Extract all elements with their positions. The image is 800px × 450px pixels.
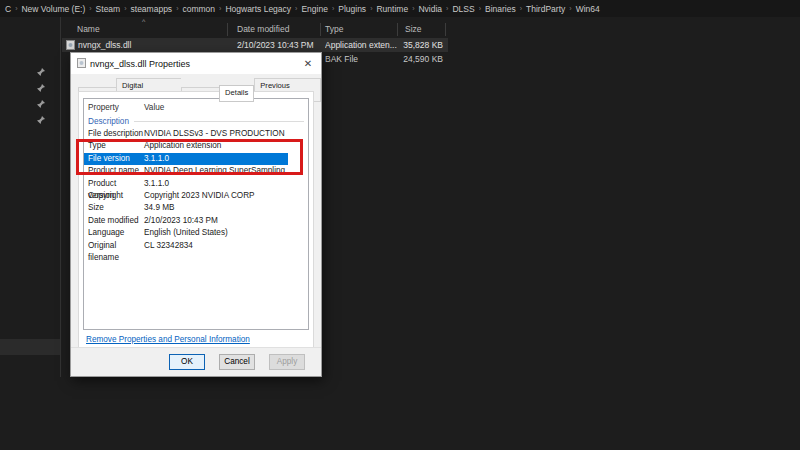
properties-dialog: nvngx_dlss.dll Properties ✕ General Digi…	[70, 52, 322, 377]
detail-row-product-version[interactable]: Product version 3.1.1.0	[84, 178, 308, 190]
property-label: Product version	[88, 178, 144, 190]
column-header-name[interactable]: Name	[77, 24, 100, 34]
property-value: English (United States)	[144, 227, 308, 239]
ok-button[interactable]: OK	[169, 354, 205, 370]
detail-row-copyright[interactable]: Copyright Copyright 2023 NVIDIA CORP	[84, 190, 308, 202]
property-label: Type	[88, 140, 144, 152]
remove-properties-link[interactable]: Remove Properties and Personal Informati…	[86, 335, 250, 344]
file-type: BAK File	[325, 54, 358, 64]
property-value: 3.1.1.0	[144, 178, 308, 190]
column-divider[interactable]	[445, 23, 446, 36]
pin-icon	[36, 79, 46, 89]
breadcrumb-item[interactable]: Plugins	[335, 4, 369, 14]
pin-icon	[36, 63, 46, 73]
dll-file-icon	[66, 40, 75, 52]
breadcrumb-item[interactable]: Hogwarts Legacy	[222, 4, 294, 14]
breadcrumb-item[interactable]: C	[2, 4, 14, 14]
dll-file-icon	[77, 58, 86, 70]
breadcrumb-item[interactable]: steamapps	[128, 4, 176, 14]
property-value: 2/10/2023 10:43 PM	[144, 215, 308, 227]
pin-icon	[36, 111, 46, 121]
file-name: nvngx_dlss.dll	[78, 40, 131, 50]
detail-row-product-name[interactable]: Product name NVIDIA Deep Learning SuperS…	[84, 165, 308, 177]
column-divider[interactable]	[320, 23, 321, 36]
property-label: Size	[88, 202, 144, 214]
sort-ascending-icon: ^	[142, 18, 145, 25]
pane-divider	[60, 17, 61, 377]
file-list-header: ^ Name Date modified Type Size	[62, 22, 448, 37]
close-icon[interactable]: ✕	[299, 55, 317, 72]
detail-row-date-modified[interactable]: Date modified 2/10/2023 10:43 PM	[84, 215, 308, 227]
property-label: File version	[88, 153, 144, 165]
file-size: 24,590 KB	[362, 54, 443, 64]
property-column-header: Property	[88, 101, 144, 115]
group-divider-line	[134, 121, 304, 122]
property-value: Application extension	[144, 140, 308, 152]
property-label: Copyright	[88, 190, 144, 202]
details-tab-panel: Property Value Description File descript…	[78, 91, 314, 349]
description-group-header: Description	[84, 115, 308, 128]
property-value: 34.9 MB	[144, 202, 308, 214]
property-value: 3.1.1.0	[144, 153, 288, 165]
detail-row-file-version-selected[interactable]: File version 3.1.1.0	[84, 153, 288, 165]
dialog-footer: OK Cancel Apply	[71, 347, 321, 376]
detail-row-language[interactable]: Language English (United States)	[84, 227, 308, 239]
navigation-pane	[0, 17, 60, 450]
property-value: NVIDIA DLSSv3 - DVS PRODUCTION	[144, 128, 308, 140]
breadcrumb-item[interactable]: Runtime	[373, 4, 411, 14]
group-label: Description	[88, 115, 129, 128]
column-divider[interactable]	[397, 23, 398, 36]
nav-item-highlight[interactable]	[0, 339, 60, 355]
column-divider[interactable]	[227, 23, 228, 36]
property-label: Language	[88, 227, 144, 239]
property-label: Original filename	[88, 240, 144, 252]
breadcrumb-item[interactable]: Nvidia	[415, 4, 445, 14]
tab-details[interactable]: Details	[219, 85, 254, 102]
detail-row-original-filename[interactable]: Original filename CL 32342834	[84, 240, 308, 252]
property-label: Date modified	[88, 215, 144, 227]
detail-row-size[interactable]: Size 34.9 MB	[84, 202, 308, 214]
apply-button[interactable]: Apply	[269, 354, 305, 370]
column-header-date-modified[interactable]: Date modified	[237, 24, 289, 34]
property-value: Copyright 2023 NVIDIA CORP	[144, 190, 308, 202]
property-value: CL 32342834	[144, 240, 308, 252]
column-header-type[interactable]: Type	[325, 24, 343, 34]
breadcrumb-item[interactable]: New Volume (E:)	[18, 4, 88, 14]
file-date-modified: 2/10/2023 10:43 PM	[237, 40, 314, 50]
property-value: NVIDIA Deep Learning SuperSampling	[144, 165, 308, 177]
dialog-titlebar[interactable]: nvngx_dlss.dll Properties ✕	[71, 53, 321, 74]
breadcrumb: C › New Volume (E:) › Steam › steamapps …	[0, 0, 800, 17]
properties-detail-list[interactable]: Property Value Description File descript…	[83, 98, 309, 330]
detail-list-header: Property Value	[84, 101, 308, 115]
breadcrumb-item[interactable]: Engine	[298, 4, 330, 14]
cancel-button[interactable]: Cancel	[219, 354, 255, 370]
detail-row-type[interactable]: Type Application extension	[84, 140, 308, 152]
property-label: Product name	[88, 165, 144, 177]
pin-icon	[36, 95, 46, 105]
value-column-header: Value	[144, 101, 308, 115]
breadcrumb-item[interactable]: Binaries	[482, 4, 519, 14]
breadcrumb-item[interactable]: ThirdParty	[523, 4, 568, 14]
dialog-title: nvngx_dlss.dll Properties	[90, 59, 190, 69]
column-header-size[interactable]: Size	[405, 24, 422, 34]
table-row[interactable]: nvngx_dlss.dll 2/10/2023 10:43 PM Applic…	[62, 38, 448, 52]
property-label: File description	[88, 128, 144, 140]
breadcrumb-item[interactable]: common	[179, 4, 218, 14]
file-size: 35,828 KB	[362, 40, 443, 50]
detail-row-file-description[interactable]: File description NVIDIA DLSSv3 - DVS PRO…	[84, 128, 308, 140]
breadcrumb-item[interactable]: DLSS	[449, 4, 477, 14]
breadcrumb-item[interactable]: Win64	[573, 4, 603, 14]
breadcrumb-item[interactable]: Steam	[93, 4, 124, 14]
